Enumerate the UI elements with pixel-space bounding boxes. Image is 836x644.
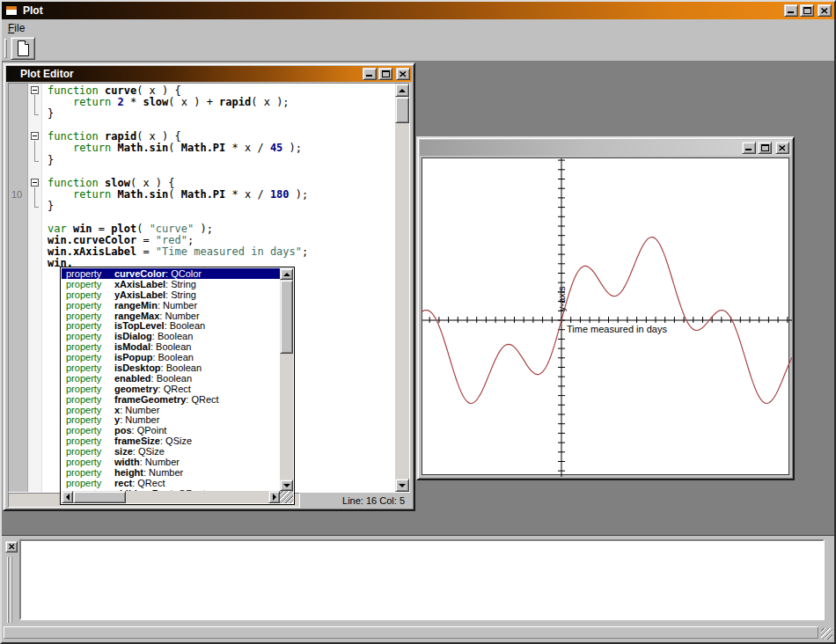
plot-window-title-bar[interactable] xyxy=(420,140,791,156)
menu-item-file[interactable]: File xyxy=(2,20,31,36)
editor-title-bar[interactable]: Plot Editor xyxy=(6,66,412,82)
minimize-icon xyxy=(788,11,794,13)
completion-item[interactable]: propertyisModal : Boolean xyxy=(62,341,280,352)
completion-item[interactable]: propertyy : Number xyxy=(62,414,280,425)
editor-window-title: Plot Editor xyxy=(20,68,74,80)
completion-item[interactable]: propertyenabled : Boolean xyxy=(62,373,280,384)
editor-maximize-button[interactable] xyxy=(378,68,392,80)
x-axis-label: Time measured in days xyxy=(567,324,667,334)
completion-item[interactable]: propertyyAxisLabel : String xyxy=(62,289,280,300)
completion-item[interactable]: propertyrangeMax : Number xyxy=(62,311,280,321)
scrollbar-thumb[interactable] xyxy=(395,97,409,123)
plot-close-button[interactable] xyxy=(775,142,789,154)
completion-item[interactable]: propertyisDialog : Boolean xyxy=(62,331,280,341)
code-line: } xyxy=(48,201,395,212)
arrow-left-icon xyxy=(66,494,70,501)
maximize-icon xyxy=(761,144,769,151)
arrow-right-icon xyxy=(273,494,276,501)
line-number-10: 10 xyxy=(11,189,22,200)
editor-minimize-button[interactable] xyxy=(363,68,377,80)
output-text-area[interactable] xyxy=(19,539,825,620)
completion-item[interactable]: propertyisTopLevel : Boolean xyxy=(62,320,280,331)
scroll-up-button[interactable] xyxy=(395,84,409,97)
arrow-up-icon xyxy=(399,89,406,92)
line-col-status: Line: 16 Col: 5 xyxy=(300,493,410,508)
completion-item[interactable]: propertypos : QPoint xyxy=(62,425,280,435)
completion-item[interactable]: propertyframeGeometry : QRect xyxy=(62,394,280,405)
arrow-down-icon xyxy=(283,484,290,487)
completion-list[interactable]: propertycurveColor : QColorpropertyxAxis… xyxy=(62,268,280,491)
minimize-icon xyxy=(745,149,752,150)
fold-margin xyxy=(28,84,42,492)
arrow-up-icon xyxy=(283,273,290,276)
plot-maximize-button[interactable] xyxy=(758,142,772,154)
editor-close-button[interactable] xyxy=(396,68,410,80)
maximize-button[interactable] xyxy=(800,4,814,17)
app-icon[interactable] xyxy=(5,5,18,16)
scroll-down-button[interactable] xyxy=(395,479,409,492)
completion-item[interactable]: propertyisPopup : Boolean xyxy=(62,352,280,362)
close-icon xyxy=(9,544,15,550)
scrollbar-thumb[interactable] xyxy=(73,491,126,503)
popup-resize-grip[interactable] xyxy=(280,491,293,503)
menu-bar: File xyxy=(2,19,834,36)
fold-collapse-icon[interactable] xyxy=(31,179,39,187)
scroll-down-button[interactable] xyxy=(280,479,293,491)
close-icon xyxy=(400,71,407,77)
toolbar-handle[interactable] xyxy=(4,39,7,58)
scrollbar-thumb[interactable] xyxy=(280,280,293,354)
completion-item[interactable]: propertyxAxisLabel : String xyxy=(62,279,280,289)
popup-vertical-scrollbar[interactable] xyxy=(280,268,293,491)
menu-file-rest: ile xyxy=(14,22,25,34)
close-button[interactable] xyxy=(818,4,832,17)
close-icon xyxy=(821,8,828,14)
completion-item[interactable]: propertycurveColor : QColor xyxy=(62,268,280,279)
code-line: return 2 * slow( x ) + rapid( x ); xyxy=(48,97,395,108)
fold-scope-line xyxy=(34,141,35,160)
plot-minimize-button[interactable] xyxy=(742,142,756,154)
main-title-bar[interactable]: Plot xyxy=(2,2,834,19)
line-number-gutter: 10 xyxy=(9,84,28,492)
arrow-down-icon xyxy=(399,484,406,487)
minimize-icon xyxy=(366,75,372,77)
minimize-button[interactable] xyxy=(784,4,798,17)
output-dock xyxy=(2,535,834,623)
editor-vertical-scrollbar[interactable] xyxy=(395,84,409,492)
toolbar xyxy=(2,36,834,61)
dock-close-button[interactable] xyxy=(5,541,18,553)
completion-item[interactable]: propertyframeSize : QSize xyxy=(62,435,280,446)
fold-collapse-icon[interactable] xyxy=(31,86,39,94)
y-axis-label: y-axis xyxy=(556,286,567,311)
dock-drag-handle[interactable] xyxy=(7,557,13,624)
maximize-icon xyxy=(382,70,390,77)
completion-item[interactable]: propertyrangeMin : Number xyxy=(62,300,280,311)
fold-collapse-icon[interactable] xyxy=(31,132,39,140)
maximize-icon xyxy=(803,7,811,14)
completion-item[interactable]: propertywidth : Number xyxy=(62,457,280,467)
fold-scope-end xyxy=(34,161,39,162)
plot-window: Time measured in daysy-axis xyxy=(416,136,795,480)
completion-item[interactable]: propertyrect : QRect xyxy=(62,478,280,488)
completion-item[interactable]: propertyx : Number xyxy=(62,405,280,415)
code-line: return Math.sin( Math.PI * x / 180 ); xyxy=(48,189,395,201)
fold-scope-line xyxy=(34,95,35,114)
code-line: return Math.sin( Math.PI * x / 45 ); xyxy=(48,143,395,154)
fold-scope-end xyxy=(34,207,39,208)
popup-horizontal-scrollbar[interactable] xyxy=(62,491,280,503)
code-line: } xyxy=(48,108,395,120)
scroll-left-button[interactable] xyxy=(62,491,73,503)
completion-item[interactable]: propertysize : QSize xyxy=(62,446,280,457)
completion-popup: propertycurveColor : QColorpropertyxAxis… xyxy=(60,267,295,505)
code-line: } xyxy=(48,155,395,166)
close-icon xyxy=(779,145,786,151)
fold-scope-end xyxy=(34,114,39,115)
completion-item[interactable]: propertyheight : Number xyxy=(62,467,280,478)
plot-canvas: Time measured in daysy-axis xyxy=(422,158,792,477)
completion-item[interactable]: propertygeometry : QRect xyxy=(62,384,280,394)
scroll-up-button[interactable] xyxy=(280,268,293,280)
scroll-right-button[interactable] xyxy=(268,491,280,503)
code-line: win.xAxisLabel = "Time measured in days"… xyxy=(48,246,395,258)
completion-item[interactable]: propertyisDesktop : Boolean xyxy=(62,362,280,373)
new-file-button[interactable] xyxy=(11,37,35,60)
resize-grip-icon[interactable] xyxy=(821,628,832,640)
